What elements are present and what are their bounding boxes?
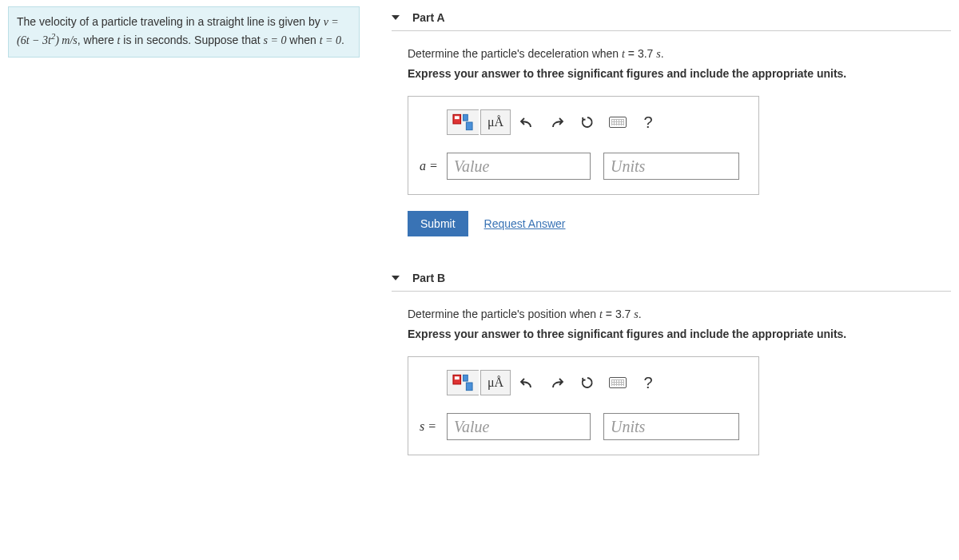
reset-icon: [580, 115, 595, 129]
part-a-actions: Submit Request Answer: [408, 211, 951, 236]
value-placeholder: Value: [454, 418, 489, 436]
special-chars-button[interactable]: μÅ: [480, 370, 511, 395]
right-column: Part A Determine the particle's decelera…: [392, 6, 951, 471]
part-b-header[interactable]: Part B: [392, 267, 951, 292]
help-label: ?: [643, 113, 652, 132]
part-a-header[interactable]: Part A: [392, 6, 951, 31]
part-a-toolbar: μÅ ?: [420, 109, 747, 135]
submit-button[interactable]: Submit: [408, 211, 468, 236]
templates-button[interactable]: [447, 370, 479, 395]
part-a-value-input[interactable]: Value: [447, 153, 591, 180]
units-placeholder: Units: [611, 157, 645, 176]
redo-button[interactable]: [543, 370, 571, 395]
caret-down-icon: [392, 276, 400, 280]
undo-button[interactable]: [512, 109, 541, 135]
value-placeholder: Value: [454, 157, 489, 176]
part-a-input-row: a = Value Units: [420, 153, 747, 180]
problem-text-6: .: [341, 34, 344, 46]
keyboard-button[interactable]: [603, 109, 632, 135]
svg-rect-2: [464, 114, 468, 121]
part-b-value-input[interactable]: Value: [447, 413, 591, 440]
problem-text-3: is in seconds.: [120, 34, 191, 46]
part-b-input-row: s = Value Units: [420, 413, 747, 440]
problem-eq-t0: t = 0: [320, 34, 341, 46]
help-label: ?: [643, 374, 652, 392]
special-chars-label: μÅ: [487, 115, 503, 129]
reset-button[interactable]: [573, 370, 602, 395]
undo-icon: [519, 376, 534, 389]
part-a-body: Determine the particle's deceleration wh…: [392, 47, 951, 236]
part-b-title: Part B: [412, 272, 445, 284]
undo-icon: [519, 116, 534, 129]
svg-rect-5: [455, 376, 460, 379]
part-b-prompt: Determine the particle's position when t…: [408, 308, 951, 321]
part-a-prompt: Determine the particle's deceleration wh…: [408, 47, 951, 61]
undo-button[interactable]: [512, 370, 541, 395]
templates-button[interactable]: [447, 109, 479, 135]
units-placeholder: Units: [611, 418, 645, 436]
part-a-units-input[interactable]: Units: [603, 153, 739, 180]
part-a-hint: Express your answer to three significant…: [408, 67, 951, 80]
templates-icon: [452, 374, 474, 391]
caret-down-icon: [392, 15, 400, 20]
svg-rect-7: [466, 383, 472, 391]
special-chars-button[interactable]: μÅ: [480, 109, 511, 135]
templates-icon: [452, 113, 474, 131]
part-b-answer-box: μÅ ?: [408, 356, 759, 455]
part-a-title: Part A: [412, 11, 445, 24]
redo-button[interactable]: [543, 109, 571, 135]
help-button[interactable]: ?: [634, 109, 663, 135]
part-b-units-input[interactable]: Units: [603, 413, 739, 440]
request-answer-link[interactable]: Request Answer: [484, 217, 566, 230]
problem-text-5: when: [286, 34, 319, 46]
part-b-hint: Express your answer to three significant…: [408, 328, 951, 340]
svg-rect-3: [466, 122, 472, 130]
help-button[interactable]: ?: [634, 370, 663, 395]
reset-button[interactable]: [573, 109, 602, 135]
part-b-body: Determine the particle's position when t…: [392, 308, 951, 455]
svg-rect-6: [464, 375, 468, 381]
part-a-answer-box: μÅ ?: [408, 96, 759, 195]
keyboard-icon: [609, 377, 627, 388]
reset-icon: [580, 375, 595, 390]
problem-eq-s0: s = 0: [264, 34, 287, 46]
redo-icon: [550, 376, 564, 389]
svg-rect-1: [455, 116, 460, 119]
problem-text-4: Suppose that: [194, 34, 263, 46]
keyboard-button[interactable]: [603, 370, 632, 395]
page-root: The velocity of a particle traveling in …: [0, 0, 959, 478]
part-b-var-label: s =: [420, 419, 447, 434]
problem-statement: The velocity of a particle traveling in …: [8, 6, 360, 58]
redo-icon: [550, 116, 564, 129]
problem-text-2: , where: [78, 34, 117, 46]
part-b-toolbar: μÅ ?: [420, 370, 747, 395]
keyboard-icon: [609, 117, 627, 128]
part-a-var-label: a =: [420, 159, 447, 173]
special-chars-label: μÅ: [487, 375, 503, 390]
problem-text-1: The velocity of a particle traveling in …: [17, 15, 324, 28]
